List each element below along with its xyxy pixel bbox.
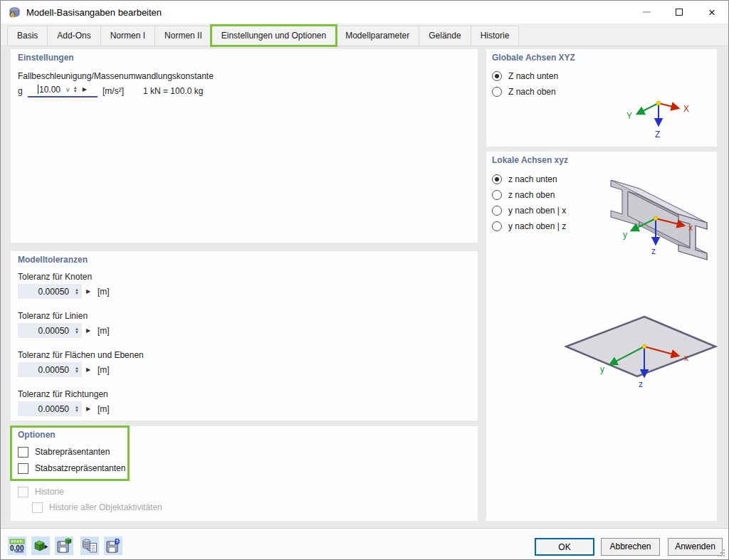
minimize-button[interactable]	[630, 1, 663, 23]
tolerance-label: Toleranz für Linien	[18, 311, 88, 321]
radio-label: y nach oben | x	[508, 206, 566, 216]
plate-local-axes-image: x y z	[565, 312, 721, 391]
options-panel: Optionen Stabrepräsentanten Stabsatzrepr…	[11, 426, 478, 521]
checkbox-stabsatzrepraesentanten[interactable]: Stabsatzrepräsentanten	[18, 463, 125, 474]
svg-text:x: x	[688, 223, 693, 233]
checkbox-icon[interactable]	[18, 463, 28, 474]
tab-add-ons[interactable]: Add-Ons	[47, 26, 100, 46]
radio-local-y-up-z[interactable]: y nach oben | z	[492, 221, 566, 232]
spinner[interactable]: ▲▼	[72, 285, 82, 298]
tolerance-richtungen-input[interactable]: 0.00050 ▲▼	[18, 401, 82, 416]
gravity-unit: [m/s²]	[103, 86, 124, 96]
tab-normen-1[interactable]: Normen I	[100, 26, 155, 46]
radio-icon[interactable]	[492, 206, 502, 216]
global-axes-triad-icon: X Y Z	[614, 93, 707, 143]
checkbox-label: Historie	[35, 487, 64, 497]
apply-button[interactable]: Anwenden	[668, 538, 723, 556]
maximize-button[interactable]	[663, 1, 696, 23]
close-icon: ×	[708, 6, 715, 19]
tolerance-label: Toleranz für Richtungen	[18, 389, 108, 399]
spin-down-icon[interactable]: ▼	[75, 292, 79, 295]
options-panel-title: Optionen	[18, 430, 56, 440]
spin-down-icon[interactable]: ▼	[75, 409, 79, 413]
expand-arrow-icon[interactable]: ▶	[83, 86, 87, 93]
checkbox-icon	[32, 502, 43, 513]
save-as-template-button[interactable]	[55, 537, 73, 555]
radio-icon[interactable]	[492, 190, 502, 200]
radio-local-z-down[interactable]: z nach unten	[492, 174, 557, 185]
tab-normen-2[interactable]: Normen II	[154, 26, 212, 46]
radio-local-y-up-x[interactable]: y nach oben | x	[492, 205, 566, 216]
spin-down-icon[interactable]: ▼	[75, 370, 79, 374]
spin-down-icon[interactable]: ▼	[75, 331, 79, 334]
tab-historie[interactable]: Historie	[471, 26, 520, 46]
close-button[interactable]: ×	[696, 1, 728, 23]
tab-einstellungen-und-optionen[interactable]: Einstellungen und Optionen	[211, 26, 336, 46]
global-axes-panel: Globale Achsen XYZ Z nach unten Z nach o…	[486, 49, 717, 147]
checkbox-historie-objektaktivitaeten: Historie aller Objektaktivitäten	[32, 502, 162, 513]
cancel-button[interactable]: Abbrechen	[601, 538, 660, 556]
gravity-label: Fallbeschleunigung/Massenumwandlungskons…	[18, 71, 214, 81]
radio-icon[interactable]	[492, 221, 502, 231]
tolerance-value: 0.00050	[18, 287, 72, 297]
tolerance-value: 0.00050	[18, 326, 72, 336]
tolerance-value: 0.00050	[18, 404, 72, 414]
tolerances-panel-title: Modelltoleranzen	[18, 255, 88, 265]
save-as-default-button[interactable]: D	[104, 537, 122, 555]
checkbox-label: Stabsatzrepräsentanten	[35, 463, 125, 473]
save-as-template-icon	[56, 538, 72, 554]
svg-text:x: x	[684, 353, 688, 363]
tab-bar: Basis Add-Ons Normen I Normen II Einstel…	[1, 23, 728, 46]
radio-global-z-down[interactable]: Z nach unten	[492, 70, 558, 82]
checkbox-icon	[18, 487, 28, 497]
gravity-spinner[interactable]: ▲▼	[70, 83, 80, 96]
global-axes-title: Globale Achsen XYZ	[492, 53, 575, 63]
tab-basis[interactable]: Basis	[7, 26, 48, 46]
gravity-value: 10.00	[39, 85, 61, 95]
spinner[interactable]: ▲▼	[72, 402, 82, 416]
tolerance-knoten-input[interactable]: 0.00050 ▲▼	[18, 284, 82, 299]
apply-parameters-icon	[33, 538, 48, 554]
text-caret	[38, 85, 38, 94]
radio-icon[interactable]	[492, 71, 502, 81]
svg-text:Z: Z	[655, 130, 660, 139]
ok-button[interactable]: OK	[535, 538, 594, 556]
copy-from-model-button[interactable]	[80, 537, 99, 555]
tab-modellparameter[interactable]: Modellparameter	[335, 26, 419, 46]
settings-panel-title: Einstellungen	[18, 53, 74, 63]
radio-local-z-up[interactable]: z nach oben	[492, 189, 555, 201]
radio-label: Z nach unten	[508, 71, 558, 81]
expand-arrow-icon[interactable]: ▶	[86, 327, 90, 334]
radio-global-z-up[interactable]: Z nach oben	[492, 86, 556, 97]
checkbox-label: Stabrepräsentanten	[35, 447, 110, 457]
svg-text:0,00: 0,00	[10, 544, 24, 552]
expand-arrow-icon[interactable]: ▶	[86, 366, 90, 373]
tolerance-linien-input[interactable]: 0.00050 ▲▼	[18, 323, 82, 338]
radio-icon[interactable]	[492, 174, 502, 184]
app-icon: 6	[9, 6, 21, 19]
copy-from-model-icon	[82, 538, 98, 554]
checkbox-stabrepraesentanten[interactable]: Stabrepräsentanten	[18, 446, 110, 458]
expand-arrow-icon[interactable]: ▶	[86, 288, 90, 295]
checkbox-icon[interactable]	[18, 447, 28, 458]
radio-icon[interactable]	[492, 87, 502, 97]
decimal-places-button[interactable]: 0,00	[8, 537, 26, 555]
radio-label: y nach oben | z	[508, 221, 566, 231]
tolerance-flaechen-input[interactable]: 0.00050 ▲▼	[18, 362, 82, 377]
tolerance-unit: [m]	[98, 326, 110, 336]
gravity-input[interactable]: 10.00 ∨ ▲▼ ▶	[28, 83, 98, 97]
spinner[interactable]: ▲▼	[72, 324, 82, 337]
svg-text:y: y	[600, 364, 604, 374]
expand-arrow-icon[interactable]: ▶	[86, 406, 90, 412]
tolerance-value: 0.00050	[18, 365, 72, 375]
chevron-down-icon[interactable]: ∨	[65, 86, 70, 93]
tolerance-unit: [m]	[98, 365, 110, 375]
tab-gelaende[interactable]: Gelände	[419, 26, 471, 46]
resize-grip[interactable]	[717, 549, 725, 557]
minimize-icon	[643, 11, 651, 13]
conversion-note: 1 kN = 100.0 kg	[143, 86, 203, 96]
spin-down-icon[interactable]: ▼	[73, 90, 78, 93]
svg-text:z: z	[639, 379, 643, 389]
apply-parameters-button[interactable]	[31, 537, 50, 555]
spinner[interactable]: ▲▼	[72, 363, 82, 376]
